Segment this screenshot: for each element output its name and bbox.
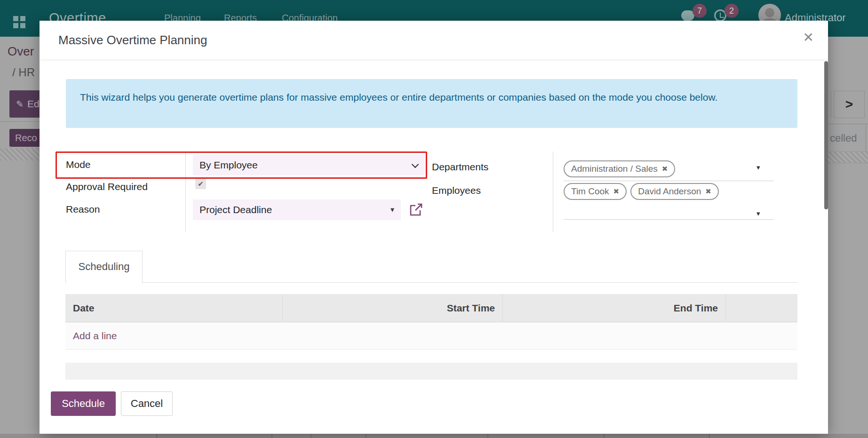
departments-tags: Administration / Sales ✖ — [564, 160, 675, 177]
schedule-table-footer — [65, 363, 797, 380]
approval-required-label: Approval Required — [66, 181, 148, 192]
mode-selected-value: By Employee — [199, 159, 258, 170]
messages-count-badge[interactable]: 7 — [693, 4, 707, 18]
pager-next-button[interactable]: > — [834, 91, 865, 118]
apps-menu-icon[interactable] — [13, 16, 18, 21]
reason-label: Reason — [66, 204, 100, 215]
column-header-date[interactable]: Date — [65, 294, 283, 322]
reason-select[interactable]: Project Deadline ▾ — [193, 199, 401, 220]
dialog-body: This wizard helps you generate overtime … — [40, 61, 828, 434]
edit-button-label: Ed — [27, 98, 40, 109]
pencil-icon: ✎ — [16, 91, 24, 118]
status-stage-cancelled[interactable]: celled — [830, 132, 857, 144]
departments-dropdown-caret-icon[interactable]: ▾ — [757, 163, 760, 172]
record-action-label: Reco — [15, 133, 37, 143]
statusbar-border-right — [866, 124, 866, 152]
departments-label: Departments — [432, 161, 488, 173]
cancel-button[interactable]: Cancel — [121, 391, 173, 416]
column-header-actions — [726, 294, 797, 322]
breadcrumb-current: / HR — [12, 66, 35, 79]
departments-field-underline — [564, 181, 774, 181]
employees-field-underline — [564, 219, 774, 220]
background-hatch-left — [0, 148, 40, 160]
pager-previous-edge — [831, 91, 831, 118]
department-tag-label: Administration / Sales — [571, 164, 658, 174]
close-icon[interactable]: ✕ — [803, 31, 814, 44]
column-header-end-time[interactable]: End Time — [503, 294, 726, 322]
mode-label: Mode — [66, 159, 91, 170]
control-panel-divider — [0, 121, 40, 122]
chevron-down-icon — [412, 161, 419, 168]
external-link-icon[interactable] — [408, 201, 424, 217]
screen: Overtime Planning Reports Configuration … — [0, 0, 868, 438]
schedule-table-row: Add a line — [65, 322, 797, 350]
remove-tag-icon[interactable]: ✖ — [613, 187, 620, 196]
add-a-line-link[interactable]: Add a line — [73, 322, 117, 350]
employees-dropdown-caret-icon[interactable]: ▾ — [757, 209, 760, 218]
employee-tag[interactable]: David Anderson ✖ — [630, 183, 719, 200]
tab-underline — [65, 282, 797, 283]
remove-tag-icon[interactable]: ✖ — [662, 165, 668, 173]
employee-tag[interactable]: Tim Cook ✖ — [564, 183, 627, 200]
employees-label: Employees — [432, 185, 481, 196]
tab-scheduling[interactable]: Scheduling — [65, 251, 143, 283]
dialog-header: Massive Overtime Planning ✕ — [40, 21, 828, 60]
reason-selected-value: Project Deadline — [199, 204, 272, 215]
massive-overtime-planning-dialog: Massive Overtime Planning ✕ This wizard … — [40, 21, 828, 434]
background-table-header-strip — [0, 434, 868, 438]
modal-scrollbar[interactable] — [824, 61, 828, 209]
schedule-table-header: Date Start Time End Time — [65, 294, 797, 322]
activities-count-badge[interactable]: 2 — [725, 4, 739, 18]
employee-tag-label: Tim Cook — [571, 186, 609, 197]
checkmark-icon: ✔ — [198, 180, 204, 188]
employee-tag-label: David Anderson — [638, 186, 701, 197]
form-separator-left — [185, 151, 186, 232]
mode-select[interactable]: By Employee — [193, 155, 426, 175]
remove-tag-icon[interactable]: ✖ — [705, 187, 711, 196]
caret-down-icon: ▾ — [390, 199, 394, 220]
statusbar-border-top — [828, 124, 868, 124]
form-separator-right — [553, 151, 553, 232]
employees-tags: Tim Cook ✖ David Anderson ✖ — [564, 183, 719, 200]
edit-button[interactable]: ✎Ed — [9, 90, 43, 118]
approval-required-checkbox[interactable]: ✔ — [195, 178, 206, 189]
schedule-button[interactable]: Schedule — [51, 391, 116, 416]
background-divider-right — [828, 163, 868, 163]
wizard-info-alert: This wizard helps you generate overtime … — [66, 79, 797, 128]
department-tag[interactable]: Administration / Sales ✖ — [564, 160, 675, 177]
wizard-info-text: This wizard helps you generate overtime … — [80, 90, 762, 105]
record-action-button[interactable]: Reco — [9, 129, 43, 147]
breadcrumb[interactable]: Over — [8, 44, 34, 59]
column-header-start-time[interactable]: Start Time — [283, 294, 503, 322]
dialog-title: Massive Overtime Planning — [58, 33, 207, 48]
background-hatch-right — [828, 152, 868, 163]
